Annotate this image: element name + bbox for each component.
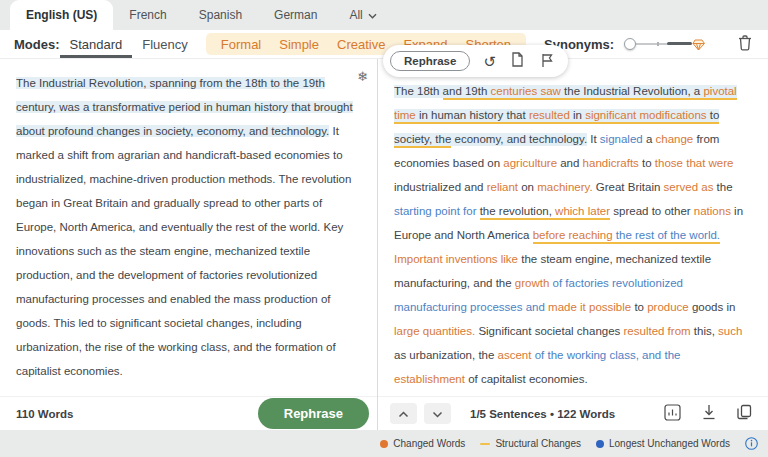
output-word-segment[interactable]: It	[587, 133, 600, 146]
output-word-segment[interactable]: economy, and technology.	[451, 133, 587, 146]
output-word-segment[interactable]: centuries saw	[491, 85, 561, 100]
input-rest-text: It marked a shift from agrarian and hand…	[16, 125, 351, 377]
output-word-segment[interactable]: as urbanization, the	[394, 349, 498, 362]
output-panel: Rephrase ↺ The 18th and 19th centuries s…	[378, 59, 768, 430]
output-word-segment[interactable]: and 19th	[443, 85, 491, 100]
output-word-segment[interactable]: change	[656, 133, 694, 146]
output-word-segment[interactable]: the	[713, 181, 732, 194]
mode-fluency[interactable]: Fluency	[132, 30, 198, 58]
rephrase-button[interactable]: Rephrase	[258, 398, 369, 429]
output-word-segment[interactable]: signaled	[600, 133, 643, 146]
tab-spanish[interactable]: Spanish	[183, 0, 258, 30]
tab-english-us[interactable]: English (US)	[10, 0, 113, 30]
synonyms-slider[interactable]	[624, 37, 702, 51]
trash-icon	[738, 35, 752, 54]
output-word-segment[interactable]: significant modifications	[585, 109, 706, 124]
output-word-segment[interactable]: to	[639, 157, 655, 170]
mode-formal[interactable]: Formal	[212, 37, 270, 52]
output-word-segment[interactable]: in	[570, 109, 585, 124]
output-word-segment[interactable]: to	[631, 301, 647, 314]
output-word-segment[interactable]: in human history that	[416, 109, 529, 124]
output-word-segment[interactable]: those that were	[655, 157, 734, 170]
copy-button[interactable]	[735, 402, 754, 425]
delete-text-button[interactable]	[736, 30, 754, 58]
undo-icon[interactable]: ↺	[483, 54, 496, 69]
mode-standard[interactable]: Standard	[60, 30, 133, 58]
legend-structural-changes: Structural Changes	[480, 438, 581, 449]
output-word-segment[interactable]: this,	[691, 325, 718, 338]
output-word-segment[interactable]: establishment	[394, 373, 465, 386]
language-tabbar: English (US) French Spanish German All	[0, 0, 768, 30]
output-word-segment[interactable]: resulted from	[624, 325, 691, 338]
compare-button[interactable]	[509, 50, 526, 72]
output-word-segment[interactable]: produce	[647, 301, 689, 314]
output-word-segment[interactable]: Significant societal changes	[475, 325, 623, 338]
freeze-words-icon[interactable]: ❄	[357, 65, 368, 89]
output-word-segment[interactable]: such	[718, 325, 742, 338]
output-word-segment[interactable]: resulted	[529, 109, 570, 124]
premium-gem-icon	[692, 37, 705, 55]
tab-label: Spanish	[199, 8, 242, 22]
toolbar-spacer	[702, 30, 736, 58]
legend-label: Changed Words	[393, 438, 465, 449]
output-word-segment[interactable]: machinery.	[537, 181, 592, 194]
output-word-segment[interactable]: agriculture	[503, 157, 557, 170]
download-icon	[702, 404, 716, 423]
modes-label: Modes:	[14, 37, 60, 52]
output-word-segment[interactable]: Great Britain	[593, 181, 664, 194]
output-word-segment[interactable]: reliant	[487, 181, 518, 194]
output-word-segment[interactable]: a	[643, 133, 656, 146]
report-button[interactable]	[539, 51, 556, 72]
output-text: The 18th and 19th centuries saw the Indu…	[378, 59, 768, 396]
tab-label: English (US)	[26, 8, 97, 22]
output-word-segment[interactable]: and	[557, 157, 583, 170]
input-footer: 110 Words Rephrase	[0, 396, 377, 430]
tab-label: French	[129, 8, 166, 22]
tab-label: All	[349, 8, 362, 22]
document-icon	[511, 52, 524, 70]
output-word-segment[interactable]: served as	[664, 181, 714, 194]
output-word-segment[interactable]: large quantities.	[394, 325, 475, 338]
mode-simple[interactable]: Simple	[270, 37, 328, 52]
output-word-segment[interactable]: growth	[515, 277, 550, 290]
output-word-segment[interactable]: the Industrial Revolution, a	[561, 85, 704, 100]
output-word-segment[interactable]: ascent	[498, 349, 532, 362]
output-word-segment[interactable]: the revolution,	[480, 205, 555, 220]
legend-changed-words: Changed Words	[380, 438, 465, 449]
output-word-segment[interactable]: handicrafts	[583, 157, 639, 170]
output-word-segment[interactable]: of the working class, and the	[535, 349, 681, 362]
flag-icon	[541, 53, 554, 70]
previous-sentence-button[interactable]	[390, 403, 417, 424]
tab-all-languages[interactable]: All	[333, 0, 392, 30]
input-word-count: 110 Words	[16, 408, 73, 420]
tab-german[interactable]: German	[258, 0, 333, 30]
output-word-segment[interactable]: on	[518, 181, 537, 194]
output-word-segment[interactable]: starting point for	[394, 205, 476, 218]
yellow-dash-icon	[480, 443, 490, 445]
output-word-segment[interactable]: industrialized and	[394, 181, 487, 194]
output-word-segment[interactable]: of capitalist economies.	[465, 373, 588, 386]
chevron-down-icon	[432, 406, 443, 421]
slider-handle[interactable]	[624, 38, 636, 50]
output-word-segment[interactable]: the rest of the world.	[616, 229, 720, 244]
tab-label: German	[274, 8, 317, 22]
output-word-segment[interactable]: The 18th	[394, 85, 443, 98]
chevron-up-icon	[398, 406, 409, 421]
output-word-segment[interactable]: made it possible	[548, 301, 631, 314]
output-word-segment[interactable]: Important inventions like	[394, 253, 518, 266]
statistics-button[interactable]	[662, 402, 683, 426]
export-button[interactable]	[700, 402, 718, 425]
output-word-segment[interactable]: nations	[694, 205, 731, 218]
output-word-segment[interactable]: spread to other	[610, 205, 694, 218]
output-footer: 1/5 Sentences • 122 Words	[378, 396, 768, 430]
sentence-word-count: 1/5 Sentences • 122 Words	[470, 408, 615, 420]
output-word-segment[interactable]: before reaching	[533, 229, 613, 244]
next-sentence-button[interactable]	[424, 403, 451, 424]
mode-creative[interactable]: Creative	[328, 37, 394, 52]
info-icon[interactable]	[745, 437, 758, 450]
rephrase-again-button[interactable]: Rephrase	[390, 51, 470, 71]
output-word-segment[interactable]: goods in	[689, 301, 736, 314]
tab-french[interactable]: French	[113, 0, 182, 30]
input-textarea[interactable]: ❄ The Industrial Revolution, spanning fr…	[0, 59, 377, 396]
output-word-segment[interactable]: which later	[555, 205, 610, 220]
